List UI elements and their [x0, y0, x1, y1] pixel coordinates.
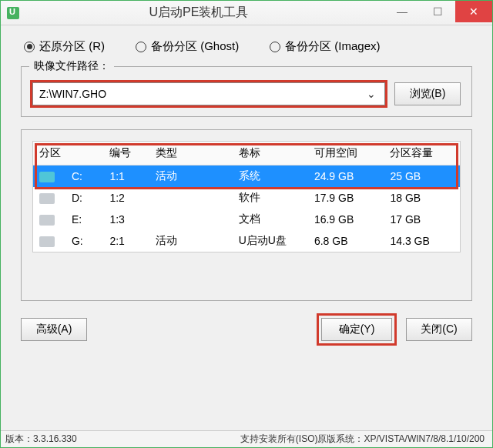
radio-restore[interactable]: 还原分区 (R)	[24, 39, 105, 54]
cell-label: 系统	[233, 165, 308, 188]
browse-button[interactable]: 浏览(B)	[394, 82, 461, 105]
cell-number: 2:1	[103, 230, 149, 252]
cell-label: U启动U盘	[233, 230, 308, 252]
support-text: 支持安装所有(ISO)原版系统：XP/VISTA/WIN7/8/8.1/10/2…	[96, 433, 488, 446]
cell-label: 软件	[233, 187, 308, 209]
drive-icon	[39, 215, 55, 226]
footer-buttons: 高级(A) 确定(Y) 关闭(C)	[19, 313, 474, 350]
cell-number: 1:2	[103, 187, 149, 209]
close-button[interactable]: ✕	[455, 1, 492, 22]
cell-type: 活动	[149, 165, 233, 188]
close-dialog-button[interactable]: 关闭(C)	[406, 318, 472, 341]
chevron-down-icon: ⌄	[364, 88, 378, 100]
cell-free: 6.8 GB	[308, 230, 384, 252]
table-row[interactable]: G:2:1活动U启动U盘6.8 GB14.3 GB	[33, 230, 460, 252]
partition-table-wrap: 分区 编号 类型 卷标 可用空间 分区容量 C:1:1活动系统24.9 GB25…	[32, 141, 461, 252]
drive-icon	[39, 172, 55, 182]
radio-icon	[136, 42, 146, 52]
radio-label: 备份分区 (Ghost)	[151, 39, 239, 54]
cell-capacity: 17 GB	[384, 209, 460, 230]
cell-free: 16.9 GB	[308, 209, 384, 230]
table-row[interactable]: E:1:3文档16.9 GB17 GB	[33, 209, 460, 230]
cell-capacity: 14.3 GB	[384, 230, 460, 252]
maximize-button[interactable]: ☐	[420, 1, 455, 22]
col-free[interactable]: 可用空间	[308, 142, 384, 165]
image-path-group: 映像文件路径： Z:\WIN7.GHO ⌄ 浏览(B)	[21, 66, 472, 117]
window-title: U启动PE装机工具	[29, 5, 384, 21]
cell-type	[149, 209, 233, 230]
cell-capacity: 18 GB	[384, 187, 460, 209]
radio-backup-imagex[interactable]: 备份分区 (Imagex)	[270, 39, 380, 54]
window-controls: — ☐ ✕	[384, 1, 492, 25]
image-path-row: Z:\WIN7.GHO ⌄ 浏览(B)	[32, 82, 461, 105]
cell-capacity: 25 GB	[384, 165, 460, 188]
image-path-value: Z:\WIN7.GHO	[39, 88, 364, 100]
partition-table-group: 分区 编号 类型 卷标 可用空间 分区容量 C:1:1活动系统24.9 GB25…	[21, 129, 472, 301]
status-bar: 版本：3.3.16.330 支持安装所有(ISO)原版系统：XP/VISTA/W…	[1, 430, 492, 447]
table-row[interactable]: C:1:1活动系统24.9 GB25 GB	[33, 165, 460, 188]
partition-table: 分区 编号 类型 卷标 可用空间 分区容量 C:1:1活动系统24.9 GB25…	[33, 142, 460, 252]
radio-backup-ghost[interactable]: 备份分区 (Ghost)	[136, 39, 239, 54]
col-number[interactable]: 编号	[103, 142, 149, 165]
minimize-button[interactable]: —	[384, 1, 420, 22]
cell-letter: E:	[65, 209, 104, 230]
radio-icon	[24, 42, 35, 52]
radio-icon	[270, 42, 280, 52]
cell-letter: G:	[65, 230, 104, 252]
radio-label: 备份分区 (Imagex)	[285, 39, 380, 54]
main-window: U启动PE装机工具 — ☐ ✕ 还原分区 (R) 备份分区 (Ghost) 备份…	[0, 0, 493, 448]
col-partition[interactable]: 分区	[33, 142, 103, 165]
table-body: C:1:1活动系统24.9 GB25 GBD:1:2软件17.9 GB18 GB…	[33, 165, 460, 252]
drive-icon	[39, 193, 55, 204]
cell-number: 1:3	[103, 209, 149, 230]
ok-button[interactable]: 确定(Y)	[321, 318, 392, 341]
cell-free: 24.9 GB	[308, 165, 384, 188]
cell-letter: C:	[65, 165, 104, 188]
col-label[interactable]: 卷标	[233, 142, 308, 165]
cell-number: 1:1	[103, 165, 149, 188]
cell-type: 活动	[149, 230, 233, 252]
image-path-label: 映像文件路径：	[29, 59, 114, 73]
cell-label: 文档	[233, 209, 308, 230]
ok-highlight: 确定(Y)	[317, 313, 397, 346]
image-path-combo[interactable]: Z:\WIN7.GHO ⌄	[32, 82, 385, 105]
col-capacity[interactable]: 分区容量	[384, 142, 460, 165]
version-text: 版本：3.3.16.330	[5, 433, 77, 446]
table-header-row: 分区 编号 类型 卷标 可用空间 分区容量	[33, 142, 460, 165]
col-type[interactable]: 类型	[149, 142, 233, 165]
table-row[interactable]: D:1:2软件17.9 GB18 GB	[33, 187, 460, 209]
advanced-button[interactable]: 高级(A)	[21, 318, 87, 341]
cell-free: 17.9 GB	[308, 187, 384, 209]
mode-radio-group: 还原分区 (R) 备份分区 (Ghost) 备份分区 (Imagex)	[19, 39, 474, 54]
title-bar: U启动PE装机工具 — ☐ ✕	[1, 1, 492, 25]
content-area: 还原分区 (R) 备份分区 (Ghost) 备份分区 (Imagex) 映像文件…	[1, 25, 492, 430]
app-icon	[7, 7, 19, 19]
cell-type	[149, 187, 233, 209]
radio-label: 还原分区 (R)	[39, 39, 105, 54]
cell-letter: D:	[65, 187, 104, 209]
drive-icon	[39, 236, 55, 247]
